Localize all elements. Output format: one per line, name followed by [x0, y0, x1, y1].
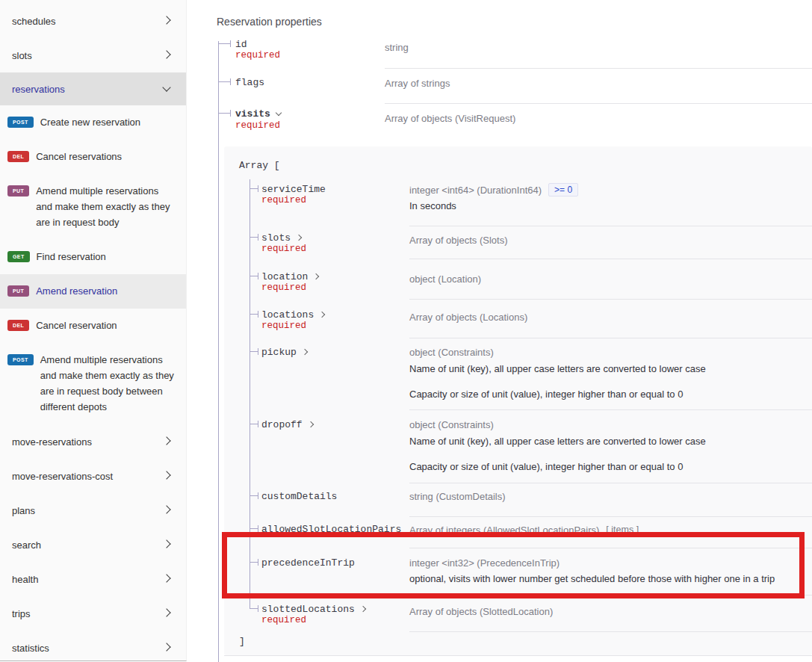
property-name-dropoff[interactable]: dropoff	[261, 419, 313, 430]
property-type: Array of objects (SlottedLocation)	[409, 606, 553, 617]
sidebar-op-cancel-reservations[interactable]: DEL Cancel reservations	[0, 140, 186, 174]
required-label: required	[261, 615, 306, 625]
tree-connector-tick	[258, 185, 258, 192]
tree-connector-tick	[230, 40, 231, 47]
tree-connector-tick	[258, 525, 258, 532]
sidebar-op-amend-reservation[interactable]: PUT Amend reservation	[0, 274, 186, 309]
property-name-slottedLocations[interactable]: slottedLocations	[261, 604, 365, 615]
tree-connector	[250, 237, 258, 238]
sidebar-item-trips[interactable]: trips	[0, 596, 186, 631]
sidebar-item-move-reservations[interactable]: move-reservations	[0, 424, 186, 459]
sidebar-item-label: slots	[12, 50, 32, 61]
sidebar-item-label: health	[12, 574, 38, 585]
tree-connector-tick	[258, 234, 258, 241]
chevron-right-icon	[162, 608, 170, 616]
chevron-right-icon	[162, 574, 170, 582]
sidebar-item-search[interactable]: search	[0, 528, 186, 562]
property-description: Name of unit (key), all upper case lette…	[409, 436, 706, 447]
tree-connector	[218, 113, 230, 114]
sidebar-item-move-reservations-cost[interactable]: move-reservations-cost	[0, 459, 186, 493]
api-docs-screen: schedules slots reservations POST Create…	[0, 0, 812, 662]
chevron-right-icon	[307, 421, 313, 427]
chevron-right-icon	[162, 643, 170, 651]
row-separator	[224, 655, 812, 656]
property-name-pickup[interactable]: pickup	[261, 347, 307, 358]
tree-connector	[250, 424, 258, 424]
required-label: required	[261, 282, 306, 293]
sidebar-item-plans[interactable]: plans	[0, 493, 186, 528]
tree-line-root	[218, 41, 219, 662]
row-separator	[409, 483, 812, 483]
sidebar-nav: schedules slots reservations POST Create…	[0, 0, 187, 661]
operation-label: Amend multiple reservations and make the…	[40, 352, 174, 415]
chevron-right-icon	[313, 273, 319, 279]
row-separator	[409, 409, 812, 410]
property-description: Capacity or size of unit (value), intege…	[409, 389, 683, 400]
sidebar-op-create-new-reservation[interactable]: POST Create new reservation	[0, 105, 186, 140]
sidebar-item-label: plans	[12, 505, 35, 516]
page-title: Reservation properties	[217, 16, 322, 28]
array-open-bracket: Array [	[239, 160, 280, 171]
sidebar-item-label: move-reservations	[12, 436, 92, 448]
property-type-row: integer <int64> (DurationInt64) >= 0	[409, 185, 578, 197]
sidebar-item-schedules[interactable]: schedules	[0, 4, 186, 38]
chevron-right-icon	[162, 436, 170, 445]
property-description: Name of unit (key), all upper case lette…	[409, 363, 706, 374]
operation-label: Cancel reservation	[36, 318, 174, 333]
operation-label: Find reservation	[37, 249, 174, 265]
operation-label: Create new reservation	[40, 114, 174, 130]
http-method-badge-put: PUT	[7, 185, 29, 197]
property-type: Array of strings	[385, 78, 450, 89]
row-separator	[409, 338, 812, 338]
property-type: string	[385, 42, 409, 53]
property-description: In seconds	[409, 200, 456, 211]
property-name-location[interactable]: location	[261, 271, 318, 282]
constraint-badge: >= 0	[548, 183, 578, 197]
required-label: required	[261, 321, 306, 331]
row-separator	[409, 516, 812, 517]
sidebar-item-statistics[interactable]: statistics	[0, 631, 186, 662]
operation-label: Cancel reservations	[36, 149, 174, 164]
schema-panel: Reservation properties id required strin…	[217, 0, 812, 662]
tree-connector	[218, 81, 230, 82]
sidebar-op-amend-multiple-reservations[interactable]: PUT Amend multiple reservations and make…	[0, 174, 186, 240]
sidebar-item-health[interactable]: health	[0, 562, 186, 596]
tree-connector	[250, 188, 258, 189]
http-method-badge-get: GET	[7, 251, 30, 262]
http-method-badge-post: POST	[7, 117, 34, 128]
operation-label: Amend multiple reservations and make the…	[36, 183, 174, 230]
tree-connector-tick	[258, 273, 258, 279]
sidebar-item-label: reservations	[12, 84, 65, 95]
array-close-bracket: ]	[239, 636, 245, 647]
sidebar-item-reservations[interactable]: reservations	[0, 72, 186, 105]
tree-connector-tick	[258, 605, 258, 612]
row-separator	[385, 103, 812, 104]
tree-connector	[250, 314, 258, 315]
sidebar-op-amend-multiple-reservations-depots[interactable]: POST Amend multiple reservations and mak…	[0, 343, 186, 424]
property-name-slots[interactable]: slots	[261, 232, 301, 244]
property-type: string (CustomDetails)	[409, 491, 506, 502]
chevron-down-icon	[276, 110, 282, 116]
sidebar-op-find-reservation[interactable]: GET Find reservation	[0, 240, 186, 274]
required-label: required	[261, 244, 306, 254]
sidebar-item-label: statistics	[12, 643, 49, 654]
property-type: object (Constraints)	[409, 419, 494, 430]
sidebar-item-label: schedules	[12, 16, 56, 27]
sidebar-item-label: trips	[12, 608, 31, 619]
http-method-badge-put: PUT	[7, 285, 29, 297]
tree-connector	[250, 528, 258, 529]
property-name-visits[interactable]: visits	[235, 108, 281, 120]
chevron-right-icon	[162, 505, 170, 513]
chevron-right-icon	[360, 606, 366, 612]
required-label: required	[261, 195, 306, 205]
property-name-locations[interactable]: locations	[261, 309, 324, 321]
tree-connector-tick	[258, 492, 258, 499]
operation-label: Amend reservation	[36, 283, 174, 299]
sidebar-item-label: search	[12, 539, 41, 551]
tree-connector	[250, 351, 258, 352]
property-description: Capacity or size of unit (value), intege…	[409, 461, 683, 472]
tree-connector	[250, 495, 258, 496]
sidebar-item-slots[interactable]: slots	[0, 38, 186, 72]
sidebar-op-cancel-reservation[interactable]: DEL Cancel reservation	[0, 309, 186, 343]
property-name-customDetails: customDetails	[261, 491, 337, 502]
